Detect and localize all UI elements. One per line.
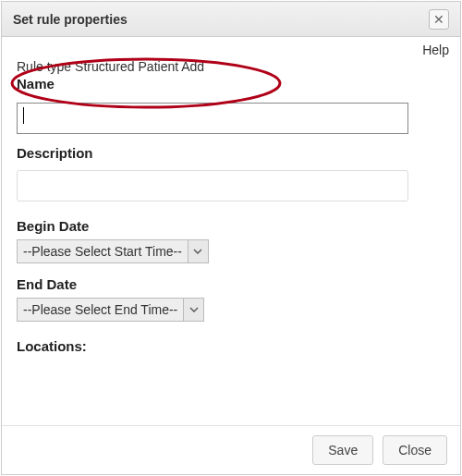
chevron-down-icon [183,299,203,321]
dialog-body: Help Rule type Structured Patient Add Na… [2,37,460,425]
description-label: Description [17,145,445,161]
help-link[interactable]: Help [422,43,449,57]
titlebar: Set rule properties ✕ [2,2,460,37]
end-date-selected: --Please Select End Time-- [18,302,183,317]
dialog-scroll[interactable]: Help Rule type Structured Patient Add Na… [2,37,460,425]
name-label: Name [17,76,445,92]
close-button[interactable]: Close [383,435,447,465]
close-icon: ✕ [433,12,444,27]
description-input[interactable] [17,170,408,201]
begin-date-label: Begin Date [17,218,445,234]
end-date-select[interactable]: --Please Select End Time-- [17,298,204,322]
dialog-set-rule-properties: Set rule properties ✕ Help Rule type Str… [1,1,461,475]
chevron-down-icon [188,240,208,262]
name-input[interactable] [17,103,408,134]
dialog-footer: Save Close [2,425,460,474]
text-caret [23,107,24,124]
locations-label: Locations: [17,338,445,354]
rule-type-value: Structured Patient Add [75,59,204,74]
save-button[interactable]: Save [312,435,373,465]
begin-date-selected: --Please Select Start Time-- [18,244,188,259]
close-icon-button[interactable]: ✕ [429,9,449,30]
rule-type-line: Rule type Structured Patient Add [17,59,445,74]
dialog-title: Set rule properties [13,12,128,27]
rule-type-prefix: Rule type [17,59,75,74]
end-date-label: End Date [17,276,445,292]
spacer [17,360,445,397]
begin-date-select[interactable]: --Please Select Start Time-- [17,239,209,263]
